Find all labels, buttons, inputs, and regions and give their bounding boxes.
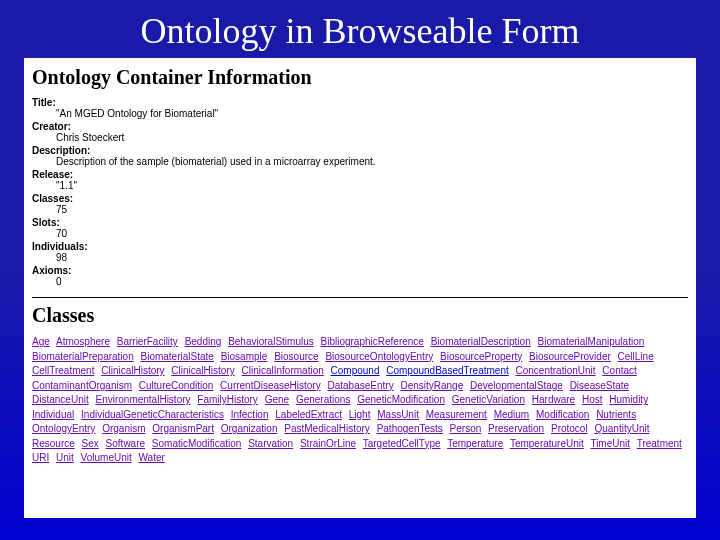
class-link[interactable]: Preservation xyxy=(488,423,544,434)
slide: Ontology in Browseable Form Ontology Con… xyxy=(0,0,720,540)
class-link[interactable]: GeneticModification xyxy=(357,394,445,405)
class-link[interactable]: Resource xyxy=(32,438,75,449)
class-link[interactable]: BiomaterialDescription xyxy=(431,336,531,347)
slots-value: 70 xyxy=(56,228,688,239)
class-link[interactable]: Medium xyxy=(494,409,530,420)
class-link[interactable]: Person xyxy=(450,423,482,434)
class-link[interactable]: BiosourceProperty xyxy=(440,351,522,362)
release-value: "1.1" xyxy=(56,180,688,191)
class-link[interactable]: Hardware xyxy=(532,394,575,405)
class-link[interactable]: Biosample xyxy=(221,351,268,362)
class-link[interactable]: OntologyEntry xyxy=(32,423,95,434)
class-link[interactable]: MassUnit xyxy=(377,409,419,420)
class-link[interactable]: BehavioralStimulus xyxy=(228,336,314,347)
class-link[interactable]: BibliographicReference xyxy=(321,336,424,347)
classes-count-label: Classes: xyxy=(32,193,688,204)
class-link[interactable]: EnvironmentalHistory xyxy=(95,394,190,405)
individuals-value: 98 xyxy=(56,252,688,263)
class-link[interactable]: Age xyxy=(32,336,50,347)
class-link[interactable]: DistanceUnit xyxy=(32,394,89,405)
class-link[interactable]: Gene xyxy=(265,394,289,405)
class-link[interactable]: TargetedCellType xyxy=(363,438,441,449)
class-link[interactable]: BiomaterialManipulation xyxy=(538,336,645,347)
class-link[interactable]: LabeledExtract xyxy=(275,409,342,420)
class-link[interactable]: CompoundBasedTreatment xyxy=(386,365,508,376)
class-link[interactable]: Generations xyxy=(296,394,350,405)
class-link[interactable]: ClinicalHistory xyxy=(171,365,234,376)
class-link[interactable]: DensityRange xyxy=(400,380,463,391)
class-link[interactable]: TimeUnit xyxy=(590,438,630,449)
class-link[interactable]: BarrierFacility xyxy=(117,336,178,347)
class-link[interactable]: BiomaterialPreparation xyxy=(32,351,134,362)
class-link[interactable]: Temperature xyxy=(447,438,503,449)
classes-list: Age Atmosphere BarrierFacility Bedding B… xyxy=(32,335,688,466)
class-link[interactable]: Water xyxy=(139,452,165,463)
class-link[interactable]: Nutrients xyxy=(596,409,636,420)
class-link[interactable]: GeneticVariation xyxy=(452,394,525,405)
class-link[interactable]: CellLine xyxy=(618,351,654,362)
class-link[interactable]: StrainOrLine xyxy=(300,438,356,449)
class-link[interactable]: Humidity xyxy=(609,394,648,405)
axioms-value: 0 xyxy=(56,276,688,287)
class-link[interactable]: ConcentrationUnit xyxy=(516,365,596,376)
class-link[interactable]: BiomaterialState xyxy=(141,351,214,362)
class-link[interactable]: CurrentDiseaseHistory xyxy=(220,380,321,391)
class-link[interactable]: BiosourceProvider xyxy=(529,351,611,362)
divider xyxy=(32,297,688,298)
class-link[interactable]: PathogenTests xyxy=(377,423,443,434)
class-link[interactable]: SomaticModification xyxy=(152,438,241,449)
class-link[interactable]: Protocol xyxy=(551,423,588,434)
class-link[interactable]: Bedding xyxy=(185,336,222,347)
slots-label: Slots: xyxy=(32,217,688,228)
creator-value: Chris Stoeckert xyxy=(56,132,688,143)
class-link[interactable]: Sex xyxy=(82,438,99,449)
class-link[interactable]: Infection xyxy=(231,409,269,420)
individuals-label: Individuals: xyxy=(32,241,688,252)
creator-label: Creator: xyxy=(32,121,688,132)
class-link[interactable]: Compound xyxy=(331,365,380,376)
class-link[interactable]: ContaminantOrganism xyxy=(32,380,132,391)
class-link[interactable]: Measurement xyxy=(426,409,487,420)
class-link[interactable]: Unit xyxy=(56,452,74,463)
class-link[interactable]: Contact xyxy=(602,365,636,376)
class-link[interactable]: ClinicalHistory xyxy=(101,365,164,376)
class-link[interactable]: Light xyxy=(349,409,371,420)
class-link[interactable]: CultureCondition xyxy=(139,380,214,391)
class-link[interactable]: Atmosphere xyxy=(56,336,110,347)
class-link[interactable]: Organization xyxy=(221,423,278,434)
title-label: Title: xyxy=(32,97,688,108)
container-heading: Ontology Container Information xyxy=(32,66,688,89)
class-link[interactable]: OrganismPart xyxy=(152,423,214,434)
class-link[interactable]: PastMedicalHistory xyxy=(284,423,370,434)
classes-count-value: 75 xyxy=(56,204,688,215)
class-link[interactable]: URI xyxy=(32,452,49,463)
class-link[interactable]: Individual xyxy=(32,409,74,420)
class-link[interactable]: FamilyHistory xyxy=(197,394,258,405)
class-link[interactable]: VolumeUnit xyxy=(81,452,132,463)
class-link[interactable]: DiseaseState xyxy=(570,380,629,391)
title-value: "An MGED Ontology for Biomaterial" xyxy=(56,108,688,119)
class-link[interactable]: Starvation xyxy=(248,438,293,449)
class-link[interactable]: BiosourceOntologyEntry xyxy=(325,351,433,362)
slide-title: Ontology in Browseable Form xyxy=(0,0,720,58)
class-link[interactable]: CellTreatment xyxy=(32,365,94,376)
class-link[interactable]: Host xyxy=(582,394,603,405)
class-link[interactable]: Treatment xyxy=(637,438,682,449)
class-link[interactable]: TemperatureUnit xyxy=(510,438,584,449)
class-link[interactable]: DatabaseEntry xyxy=(327,380,393,391)
axioms-label: Axioms: xyxy=(32,265,688,276)
content-panel: Ontology Container Information Title: "A… xyxy=(24,58,696,518)
class-link[interactable]: Biosource xyxy=(274,351,318,362)
class-link[interactable]: Software xyxy=(106,438,145,449)
class-link[interactable]: DevelopmentalStage xyxy=(470,380,563,391)
classes-heading: Classes xyxy=(32,304,688,327)
description-value: Description of the sample (biomaterial) … xyxy=(56,156,688,167)
class-link[interactable]: IndividualGeneticCharacteristics xyxy=(81,409,224,420)
description-label: Description: xyxy=(32,145,688,156)
class-link[interactable]: Modification xyxy=(536,409,589,420)
class-link[interactable]: Organism xyxy=(102,423,145,434)
class-link[interactable]: ClinicalInformation xyxy=(242,365,324,376)
release-label: Release: xyxy=(32,169,688,180)
class-link[interactable]: QuantityUnit xyxy=(594,423,649,434)
